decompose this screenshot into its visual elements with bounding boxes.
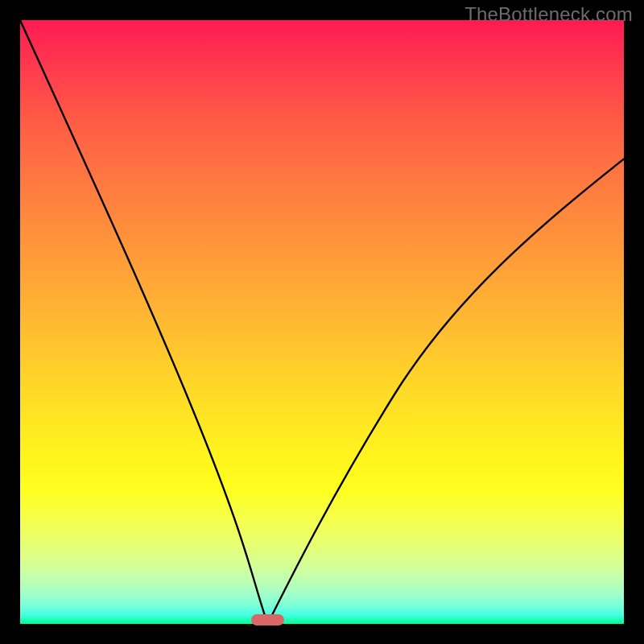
watermark-text: TheBottleneck.com [464,3,633,26]
bottleneck-curve [20,20,624,624]
chart-frame: TheBottleneck.com [0,0,644,644]
optimal-range-marker [251,614,284,625]
plot-area [20,20,624,624]
